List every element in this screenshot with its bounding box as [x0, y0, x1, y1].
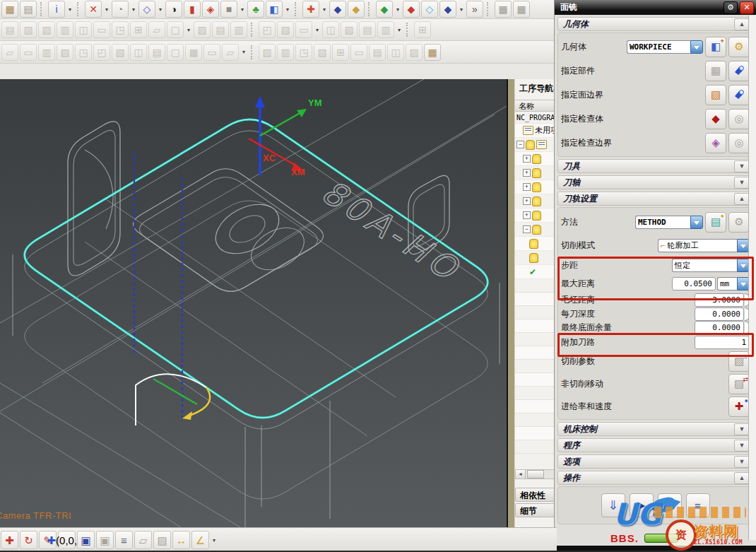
- tree-item[interactable]: +: [515, 180, 555, 194]
- select-face-boundary-button[interactable]: ▧: [705, 85, 726, 105]
- collapse-chevron-icon[interactable]: ▲: [734, 472, 750, 484]
- measure-distance-icon[interactable]: ↔: [172, 531, 190, 549]
- dropdown-arrow-icon[interactable]: ▾: [185, 27, 192, 33]
- non-cutting-moves-button[interactable]: ▨⇄: [728, 374, 750, 394]
- region-icon[interactable]: ▨: [406, 44, 423, 61]
- expand-plus-icon[interactable]: +: [523, 155, 531, 163]
- graphics-viewport[interactable]: 80A-HO YM XC: [0, 79, 507, 527]
- dialog-settings-gear-icon[interactable]: ⚙: [723, 1, 738, 14]
- tree-item[interactable]: −: [515, 138, 555, 152]
- collapse-minus-icon[interactable]: −: [516, 141, 524, 148]
- rotate-wcs-icon[interactable]: ↻: [20, 531, 37, 549]
- boundary-flashlight-button[interactable]: [728, 85, 750, 105]
- expand-plus-icon[interactable]: +: [523, 211, 531, 219]
- snap-wrench-icon[interactable]: ◆: [348, 1, 365, 18]
- post-icon[interactable]: ▭: [295, 21, 312, 38]
- additional-passes-input[interactable]: 1: [695, 336, 750, 349]
- grid-table-icon[interactable]: ▦: [495, 1, 512, 18]
- orient-view-icon[interactable]: ◔: [112, 1, 129, 18]
- facet-body-icon[interactable]: ◈: [202, 1, 219, 18]
- display-window-icon[interactable]: ▤: [20, 1, 37, 18]
- save-disabled-icon[interactable]: ▣: [96, 531, 114, 549]
- close-window-icon[interactable]: ✕: [85, 1, 102, 18]
- section-machine-control-header[interactable]: 机床控制 ▼: [557, 422, 753, 436]
- save-wcs-icon[interactable]: ▣: [77, 531, 95, 549]
- curve-icon[interactable]: ◳: [295, 44, 312, 61]
- generate-toolpath-button[interactable]: ⇓: [601, 493, 625, 517]
- navigator-column-name[interactable]: 名称: [515, 100, 555, 112]
- rotate-icon[interactable]: ▤: [148, 44, 165, 61]
- output-icon[interactable]: ▥: [377, 21, 394, 38]
- details-bar[interactable]: 细节: [515, 503, 555, 517]
- material-box-icon[interactable]: ▦: [424, 44, 441, 61]
- paste-object-icon[interactable]: ▱: [148, 21, 165, 38]
- create-tool-icon[interactable]: ▧: [20, 21, 37, 38]
- dropdown-arrow-icon[interactable]: ▾: [211, 537, 218, 544]
- analysis-icon[interactable]: ▨: [259, 44, 276, 61]
- edit-method-button[interactable]: ▤✦: [705, 212, 726, 233]
- select-part-button[interactable]: ▦: [705, 61, 726, 81]
- dropdown-arrow-icon[interactable]: ▾: [240, 49, 247, 55]
- create-geometry-icon[interactable]: ▨: [38, 21, 55, 38]
- handle-cyan-icon[interactable]: ◇: [421, 1, 438, 18]
- blank-icon[interactable]: ▭: [20, 44, 37, 61]
- shop-doc-icon[interactable]: ◫: [322, 21, 339, 38]
- pattern-icon[interactable]: ▧: [112, 44, 129, 61]
- expand-chevron-icon[interactable]: ▼: [734, 423, 750, 435]
- navigator-icon[interactable]: ⊞: [414, 21, 431, 38]
- tree-item[interactable]: [515, 251, 555, 265]
- tree-item[interactable]: +: [515, 194, 555, 209]
- create-program-icon[interactable]: ▤: [1, 21, 18, 38]
- create-operation-icon[interactable]: ◫: [75, 21, 92, 38]
- color-icon[interactable]: ▨: [57, 44, 73, 61]
- boundary-icon[interactable]: ◫: [387, 44, 404, 61]
- scale-icon[interactable]: ▢: [167, 44, 184, 61]
- move-icon[interactable]: ◰: [93, 44, 110, 61]
- max-distance-input[interactable]: 0.0500: [672, 277, 716, 290]
- expand-plus-icon[interactable]: +: [523, 183, 531, 191]
- create-method-icon[interactable]: ▥: [57, 21, 73, 38]
- section-options-header[interactable]: 选项 ▼: [557, 454, 753, 469]
- information-icon[interactable]: i: [48, 1, 65, 18]
- tree-item[interactable]: [515, 237, 555, 251]
- verify-toolpath-button[interactable]: ✔: [658, 493, 682, 517]
- dependencies-bar[interactable]: 相依性: [515, 488, 555, 502]
- datum-icon[interactable]: ♣: [247, 1, 264, 18]
- dialog-title-bar[interactable]: 面铣 ⚙ ✕: [555, 0, 756, 15]
- dialog-close-icon[interactable]: ✕: [740, 1, 754, 14]
- max-distance-unit-dropdown[interactable]: mm: [717, 277, 750, 290]
- plane-gray-icon[interactable]: ▱: [134, 531, 152, 549]
- plane-stack-icon[interactable]: ▨: [153, 531, 171, 549]
- collapse-chevron-icon[interactable]: ▲: [734, 193, 750, 205]
- shaded-view-icon[interactable]: ◑: [165, 1, 182, 18]
- handle-blue-icon[interactable]: ◆: [439, 1, 456, 18]
- measure-icon[interactable]: ▥: [277, 44, 294, 61]
- collapse-chevron-icon[interactable]: ▲: [734, 18, 750, 30]
- vector-icon[interactable]: ▤: [369, 44, 386, 61]
- select-check-body-button[interactable]: ◆: [705, 109, 726, 129]
- machine-icon[interactable]: ▤: [359, 21, 376, 38]
- plane-icon[interactable]: ▭: [350, 44, 367, 61]
- extend-icon[interactable]: ▱: [222, 44, 239, 61]
- csys-icon[interactable]: ✚: [302, 1, 319, 18]
- handle-red-icon[interactable]: ◆: [403, 1, 420, 18]
- edit-object-icon[interactable]: ▭: [93, 21, 110, 38]
- dropdown-arrow-icon[interactable]: [690, 216, 703, 229]
- dropdown-arrow-icon[interactable]: [690, 40, 703, 54]
- edit-geometry-button[interactable]: ⚙: [728, 37, 750, 57]
- expand-chevron-icon[interactable]: ▼: [734, 177, 750, 189]
- tree-item[interactable]: −: [515, 223, 555, 237]
- expand-chevron-icon[interactable]: ▼: [734, 160, 750, 172]
- list-toolpath-button[interactable]: ≡: [686, 493, 710, 517]
- delete-object-icon[interactable]: ▢: [167, 21, 184, 38]
- expand-chevron-icon[interactable]: ▼: [734, 440, 750, 452]
- verify-icon[interactable]: ◰: [259, 21, 276, 38]
- feeds-speeds-button[interactable]: ✚●: [728, 397, 750, 417]
- method-dropdown[interactable]: METHOD: [635, 216, 703, 229]
- final-floor-stock-input[interactable]: 0.0000: [695, 321, 744, 334]
- replay-toolpath-button[interactable]: ▶: [630, 493, 654, 517]
- layer-icon[interactable]: ▥: [38, 44, 55, 61]
- measure-angle-icon[interactable]: ∠: [191, 531, 209, 549]
- tree-item[interactable]: +: [515, 152, 555, 166]
- snap-point-icon[interactable]: ◆: [329, 1, 346, 18]
